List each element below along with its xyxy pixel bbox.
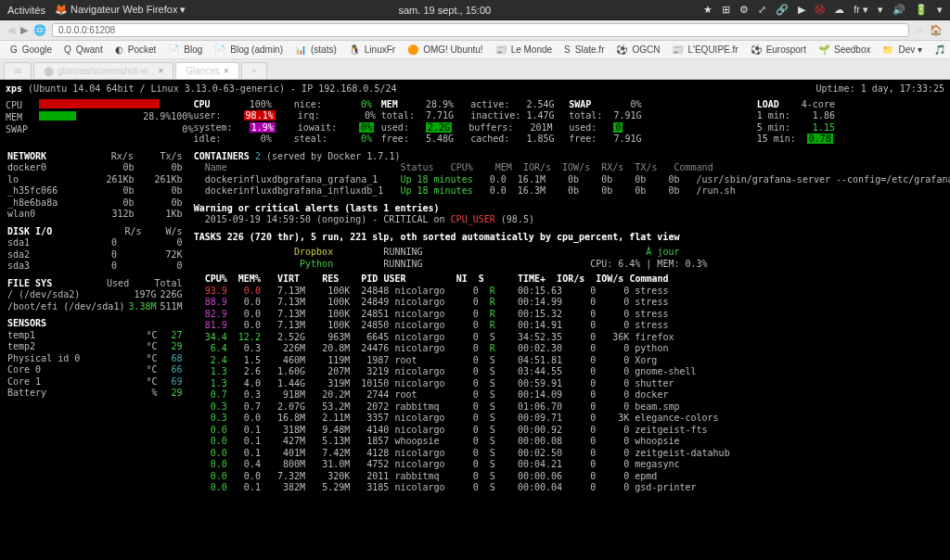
wifi-icon[interactable]: ▾ (878, 4, 883, 16)
network-table: NETWORKRx/sTx/s (6, 151, 185, 163)
cpu-label: CPU (6, 100, 22, 110)
star-icon[interactable]: ☆ (915, 24, 924, 36)
os-info: (Ubuntu 14.04 64bit / Linux 3.13.0-63-ge… (28, 83, 285, 94)
bookmark[interactable]: ◐ Pocket (112, 45, 162, 55)
bookmark[interactable]: 📊 (stats) (292, 45, 342, 55)
bookmarks-bar: G Google Q Qwant ◐ Pocket 📄 Blog 📄 Blog … (0, 41, 950, 59)
back-button[interactable]: ◀ (7, 24, 15, 36)
mem-bar (39, 111, 76, 121)
indicator-icon[interactable]: ★ (703, 4, 712, 16)
diskio-table: DISK I/OR/sW/s (6, 226, 185, 238)
cpu-section: CPU (193, 99, 210, 109)
alerts-title: Warning or critical alerts (lasts 1 entr… (194, 203, 440, 213)
table-row: Physical id 0°C68 (6, 353, 185, 365)
hostname: xps (6, 83, 22, 94)
tab-github[interactable]: ⬤ glances/screenshot-w... × (33, 62, 173, 79)
load-section: LOAD (757, 99, 779, 109)
home-icon[interactable]: 🏠 (930, 24, 943, 36)
mem-label: MEM (6, 112, 22, 122)
bookmark[interactable]: 📄 Blog (admin) (212, 45, 289, 55)
forward-button[interactable]: ▶ (20, 24, 28, 36)
tab-strip: ✉ ⬤ glances/screenshot-w... × Glances × … (0, 59, 950, 80)
indicator-icon[interactable]: ⚙ (739, 4, 749, 16)
indicator-icon[interactable]: ⤢ (758, 4, 766, 16)
table-row: _h8e6ba8a0b0b (6, 197, 185, 210)
cpu-sys: 1.9% (250, 122, 276, 133)
table-row: sda2072K (6, 249, 185, 261)
process-row: 34.4 12.2 2.52G 963M 6645 nicolargo 0 S … (194, 332, 950, 344)
table-row: wlan0312b1Kb (6, 209, 185, 221)
table-row: temp2°C29 (6, 341, 185, 353)
bookmark[interactable]: ⚽ Eurosport (748, 45, 812, 55)
app-menu[interactable]: 🦊 Navigateur Web Firefox ▾ (55, 4, 186, 16)
table-row: /boot/efi (/dev/sda1)3.38M511M (6, 301, 185, 313)
table-row: Battery%29 (6, 388, 185, 400)
process-row: 0.0 0.1 401M 7.42M 4128 nicolargo 0 S 00… (194, 448, 950, 460)
uptime: Uptime: 1 day, 17:33:25 (816, 83, 944, 95)
gnome-top-panel: Activités 🦊 Navigateur Web Firefox ▾ sam… (0, 0, 950, 20)
cpu-pct: 100% (171, 111, 193, 123)
mem-pct: 28.9% (143, 111, 171, 123)
swap-label: SWAP (6, 124, 28, 134)
close-icon[interactable]: × (224, 66, 229, 76)
close-icon[interactable]: × (159, 66, 164, 76)
container-row: dockerinfluxdbgrafana_influxdb_1 Up 18 m… (194, 185, 950, 197)
process-row: 1.3 4.0 1.44G 319M 10150 nicolargo 0 S 0… (194, 378, 950, 390)
table-row: lo261Kb261Kb (6, 174, 185, 186)
process-row: 0.3 0.0 16.8M 2.11M 3357 nicolargo 0 S 0… (194, 413, 950, 425)
bookmark[interactable]: G Google (7, 45, 58, 55)
process-row: 0.0 0.1 427M 5.13M 1857 whoopsie 0 S 00:… (194, 436, 950, 448)
table-row: Core 1°C69 (6, 376, 185, 388)
process-row: 82.9 0.0 7.13M 100K 24851 nicolargo 0 R … (194, 309, 950, 321)
bookmark[interactable]: 📰 Le Monde (493, 45, 558, 55)
process-row: 81.9 0.0 7.13M 100K 24850 nicolargo 0 R … (194, 320, 950, 332)
process-row: 0.0 0.4 800M 31.0M 4752 nicolargo 0 S 00… (194, 459, 950, 471)
browser-toolbar: ◀ ▶ 🌐 0.0.0.0:61208 ☆ 🏠 (0, 20, 950, 41)
tab-glances[interactable]: Glances × (175, 62, 239, 79)
indicator-icon[interactable]: ☁ (834, 4, 844, 16)
bookmark[interactable]: 📄 Blog (165, 45, 208, 55)
process-row: 0.0 0.1 382M 5.29M 3185 nicolargo 0 S 00… (194, 482, 950, 494)
indicator-icon[interactable]: ⊞ (722, 4, 730, 16)
container-row: dockerinfluxdbgrafana_grafana_1 Up 18 mi… (194, 174, 950, 186)
system-menu-icon[interactable]: ▾ (937, 4, 943, 16)
ip-info: IP 192.168.0.5/24 (302, 83, 396, 94)
glances-web: xps (Ubuntu 14.04 64bit / Linux 3.13.0-6… (0, 80, 950, 560)
bookmark[interactable]: 🐧 LinuxFr (346, 45, 401, 55)
battery-icon[interactable]: 🔋 (915, 4, 928, 16)
bookmark[interactable]: S Slate.fr (561, 45, 610, 55)
table-row: _h35fc0660b0b (6, 185, 185, 197)
swap-pct: 0% (182, 124, 193, 136)
bookmark[interactable]: 📰 L'EQUIPE.fr (669, 45, 743, 55)
tab-gmail[interactable]: ✉ (4, 62, 32, 79)
process-row: 0.0 0.0 7.32M 320K 2011 rabbitmq 0 S 00:… (194, 471, 950, 483)
lang-indicator[interactable]: fr ▾ (854, 4, 868, 16)
volume-icon[interactable]: 🔊 (892, 4, 905, 16)
globe-icon: 🌐 (33, 24, 46, 36)
bookmark[interactable]: Q Qwant (61, 45, 109, 55)
swap-section: SWAP (569, 99, 591, 109)
indicator-icon[interactable]: 🔗 (776, 4, 789, 16)
process-row: 2.4 1.5 460M 119M 1987 root 0 S 04:51.81… (194, 355, 950, 367)
sensors-table: SENSORS (6, 318, 185, 330)
process-row: 88.9 0.0 7.13M 100K 24849 nicolargo 0 R … (194, 297, 950, 309)
indicator-icon[interactable]: Ⓜ (815, 3, 825, 17)
table-row: / (/dev/sda2)197G226G (6, 289, 185, 301)
bookmark[interactable]: ⚽ OGCN (613, 45, 665, 55)
activities-button[interactable]: Activités (7, 5, 45, 16)
process-row: 6.4 0.3 226M 20.8M 24476 nicolargo 0 R 0… (194, 343, 950, 355)
cpu-user: 98.1% (244, 110, 276, 121)
bookmark[interactable]: 🌱 Seedbox (815, 45, 876, 55)
new-tab-button[interactable]: + (241, 62, 267, 79)
process-row: 93.9 0.0 7.13M 100K 24848 nicolargo 0 R … (194, 286, 950, 298)
indicator-icon[interactable]: ▶ (798, 4, 805, 16)
bookmark[interactable]: 🎵 MusicBox (931, 45, 950, 55)
process-row: 1.3 2.6 1.60G 207M 3219 nicolargo 0 S 03… (194, 366, 950, 378)
cpu-bar (39, 99, 160, 108)
process-row: 0.7 0.3 918M 20.2M 2744 root 0 S 00:14.0… (194, 389, 950, 401)
bookmark[interactable]: 🟠 OMG! Ubuntu! (404, 45, 488, 55)
table-row: sda100 (6, 237, 185, 249)
panel-clock[interactable]: sam. 19 sept., 15:00 (398, 5, 491, 16)
bookmark[interactable]: 📁 Dev ▾ (879, 45, 928, 55)
url-input[interactable]: 0.0.0.0:61208 (52, 23, 909, 37)
